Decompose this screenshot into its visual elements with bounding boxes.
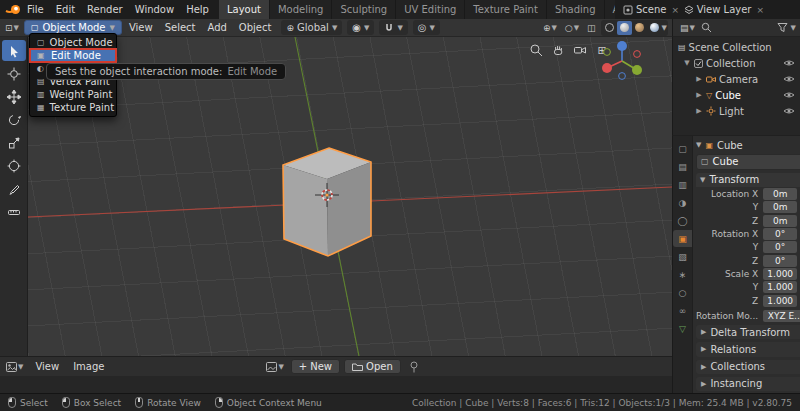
outliner-row-camera[interactable]: ▶ Camera [673, 71, 800, 87]
show-overlays-button[interactable]: ○▼ [562, 23, 582, 33]
open-image-button[interactable]: Open [344, 359, 401, 374]
annotate-tool[interactable] [2, 178, 26, 199]
scene-properties-tab[interactable]: ◑ [673, 194, 692, 211]
pivot-point-dropdown[interactable]: ◉▼ [347, 20, 374, 35]
shading-wireframe-button[interactable] [602, 21, 617, 35]
particle-properties-tab[interactable]: ∗ [673, 266, 692, 283]
eye-icon[interactable] [783, 107, 795, 115]
filter-icon[interactable] [777, 22, 788, 33]
menu-add[interactable]: Add [202, 22, 231, 33]
menu-item-weight-paint[interactable]: ▥Weight Paint [30, 88, 116, 101]
measure-tool[interactable] [2, 201, 26, 222]
show-gizmo-button[interactable]: ⊕▼ [540, 23, 560, 33]
object-data-properties-tab[interactable]: ▽ [673, 320, 692, 337]
tab-texture-paint[interactable]: Texture Paint [465, 0, 547, 19]
scale-z-field[interactable]: 1.000 [763, 295, 797, 307]
menu-edit[interactable]: Edit [50, 0, 81, 19]
new-image-button[interactable]: +New [291, 359, 340, 374]
outliner-row-scene-collection[interactable]: ▤ Scene Collection [673, 39, 800, 55]
physics-properties-tab[interactable]: ○ [673, 284, 692, 301]
outliner-row-light[interactable]: ▶ Light [673, 103, 800, 119]
chevron-down-icon[interactable]: ▼ [696, 141, 701, 149]
disclosure-closed-icon[interactable]: ▶ [695, 91, 703, 99]
scale-y-field[interactable]: 1.000 [763, 281, 797, 293]
rotation-x-field[interactable]: 0° [763, 228, 797, 240]
tab-modeling[interactable]: Modeling [270, 0, 333, 19]
disclosure-closed-icon[interactable]: ▶ [695, 107, 703, 115]
scale-tool[interactable] [2, 132, 26, 153]
disclosure-closed-icon[interactable]: ▶ [695, 75, 703, 83]
rotation-z-field[interactable]: 0° [763, 255, 797, 267]
outliner-row-collection[interactable]: ▼ Collection [673, 55, 800, 71]
section-delta-transform[interactable]: ▶Delta Transform [696, 325, 800, 339]
location-z-field[interactable]: 0m [763, 215, 797, 227]
rotation-y-field[interactable]: 0° [763, 241, 797, 253]
menu-render[interactable]: Render [81, 0, 129, 19]
shading-solid-button[interactable] [617, 21, 632, 35]
image-editor-type-button[interactable]: ▼ [3, 362, 26, 372]
transform-panel-header[interactable]: ▼ Transform [696, 173, 800, 187]
search-icon[interactable] [701, 22, 712, 33]
menu-item-texture-paint[interactable]: ▦Texture Paint [30, 101, 116, 114]
view-layer-properties-tab[interactable]: ▥ [673, 176, 692, 193]
section-instancing[interactable]: ▶Instancing [696, 377, 800, 391]
location-x-field[interactable]: 0m [763, 188, 797, 200]
rotate-tool[interactable] [2, 109, 26, 130]
browse-image-button[interactable]: ▼ [263, 362, 286, 372]
tab-animation[interactable]: Animation [605, 0, 615, 19]
location-y-field[interactable]: 0m [763, 201, 797, 213]
viewport-3d[interactable]: ⊞ [28, 37, 672, 356]
menu-view[interactable]: View [124, 22, 158, 33]
outliner-editor-type-button[interactable]: ▤▼ [677, 23, 698, 33]
outliner-row-cube[interactable]: ▶ ▽ Cube [673, 87, 800, 103]
zoom-icon[interactable] [528, 42, 544, 58]
object-properties-tab[interactable]: ▣ [673, 230, 692, 247]
move-tool[interactable] [2, 86, 26, 107]
camera-view-icon[interactable] [572, 42, 588, 58]
snap-toggle[interactable]: ▼ [379, 20, 407, 35]
eye-icon[interactable] [783, 59, 795, 67]
scale-x-field[interactable]: 1.000 [763, 268, 797, 280]
view-layer-selector[interactable]: View Layer × [684, 4, 766, 15]
transform-orientation-dropdown[interactable]: ⊕ Global ▼ [281, 20, 342, 35]
menu-item-edit-mode[interactable]: ▣Edit Mode [30, 49, 116, 62]
world-properties-tab[interactable]: ◯ [673, 212, 692, 229]
view-layer-unlink-icon[interactable]: × [754, 5, 766, 15]
tab-layout[interactable]: Layout [219, 0, 270, 19]
menu-image[interactable]: Image [68, 361, 109, 372]
select-box-tool[interactable] [2, 40, 26, 61]
object-name-field[interactable]: ▢ Cube [696, 154, 800, 169]
blender-logo-icon[interactable] [5, 4, 21, 16]
menu-help[interactable]: Help [180, 0, 215, 19]
output-properties-tab[interactable]: ▤ [673, 158, 692, 175]
eye-icon[interactable] [783, 91, 795, 99]
tab-shading[interactable]: Shading [547, 0, 605, 19]
menu-file[interactable]: File [21, 0, 50, 19]
cursor-tool[interactable] [2, 63, 26, 84]
eye-icon[interactable] [783, 75, 795, 83]
proportional-editing-dropdown[interactable]: ◎▼ [413, 20, 440, 35]
pin-icon[interactable] [409, 361, 419, 373]
disclosure-open-icon[interactable]: ▼ [683, 59, 691, 67]
pan-hand-icon[interactable] [550, 42, 566, 58]
shading-material-button[interactable] [632, 21, 647, 35]
tab-sculpting[interactable]: Sculpting [332, 0, 396, 19]
constraint-properties-tab[interactable]: ∞ [673, 302, 692, 319]
shading-rendered-button[interactable] [647, 21, 662, 35]
collection-checkbox[interactable] [694, 59, 703, 68]
menu-select[interactable]: Select [160, 22, 201, 33]
menu-item-object-mode[interactable]: ▢Object Mode [30, 36, 116, 49]
image-editor-body[interactable] [0, 376, 672, 393]
scene-selector[interactable]: Scene × [623, 4, 681, 15]
section-relations[interactable]: ▶Relations [696, 342, 800, 356]
rotation-mode-dropdown[interactable]: XYZ E... [763, 310, 800, 322]
editor-type-button[interactable]: ⊡▼ [2, 23, 22, 33]
navigation-gizmo[interactable] [598, 39, 646, 87]
modifier-properties-tab[interactable]: ▧ [673, 248, 692, 265]
render-properties-tab[interactable]: ▢ [673, 140, 692, 157]
menu-view[interactable]: View [30, 361, 64, 372]
scene-unlink-icon[interactable]: × [669, 5, 681, 15]
menu-object[interactable]: Object [234, 22, 277, 33]
tab-uv-editing[interactable]: UV Editing [396, 0, 465, 19]
xray-toggle-button[interactable]: ◫ [584, 23, 599, 33]
